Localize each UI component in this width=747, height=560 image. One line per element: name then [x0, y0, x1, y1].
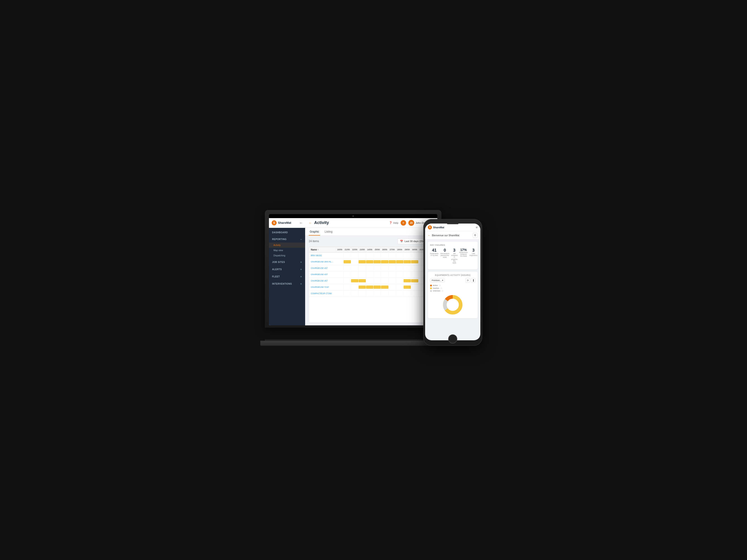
donut-center-white — [447, 299, 459, 311]
gantt-col-28: 28/05 — [396, 247, 404, 252]
phone-nav-bar: ← Bienvenue sur ShareMat ⚙ — [425, 232, 480, 239]
tab-graphic[interactable]: Graphic — [309, 228, 320, 236]
gantt-cell — [344, 284, 351, 290]
gantt-table: Name ↑ 20/05 21/05 22/05 23/05 24/05 25/… — [309, 247, 434, 323]
nav-section-dashboard: DASHBOARD — [269, 230, 305, 235]
gantt-cell — [381, 284, 388, 290]
key-figures-section: KEY FIGURES 41 Equipments in my fleet 0 … — [428, 242, 478, 269]
activity-toolbar: 24 items 📅 Last 30 days (20/05/202 — [309, 238, 434, 244]
gantt-cell — [359, 259, 366, 265]
gantt-cell — [381, 291, 388, 297]
gear-icon: ⚙ — [474, 234, 476, 237]
kf-late-label: Late inspections — [469, 253, 478, 257]
sidebar-logo: S ShareMat ⇐ — [269, 218, 305, 228]
gantt-cell — [374, 284, 381, 290]
gantt-cell — [411, 291, 418, 297]
sidebar-item-interventions[interactable]: INTERVENTIONS + — [269, 281, 305, 287]
gantt-cell — [374, 278, 381, 284]
gantt-cell — [336, 271, 344, 277]
gantt-cell — [366, 284, 374, 290]
gantt-cell — [381, 265, 388, 271]
gantt-cell — [411, 265, 418, 271]
sidebar-item-activity[interactable]: Activity — [269, 243, 305, 248]
laptop-base — [260, 341, 446, 346]
donut-view-icons: ◔ ▐ — [465, 278, 475, 283]
sidebar-collapse-icon[interactable]: ⇐ — [300, 221, 303, 225]
table-row: COMPACTEUR CT260 — [309, 291, 434, 297]
gantt-cell — [389, 284, 396, 290]
gantt-col-30: 30/05 — [411, 247, 418, 252]
gantt-cell — [351, 284, 359, 290]
gantt-cell — [374, 291, 381, 297]
sidebar-item-fleet[interactable]: FLEET + — [269, 273, 305, 280]
gantt-cell — [344, 265, 351, 271]
phone-back-button[interactable]: ← — [428, 234, 431, 237]
sidebar-item-jobsites[interactable]: JOB SITES + — [269, 259, 305, 265]
sidebar-item-alerts[interactable]: ALERTS + — [269, 266, 305, 273]
gantt-cell — [389, 252, 396, 259]
row-name[interactable]: CHARGEUSE 457 — [309, 279, 336, 282]
chart-legend: Active ⓘ Inactive ⓘ Unknown — [430, 285, 475, 292]
nav-section-interventions: INTERVENTIONS + — [269, 281, 305, 287]
kf-jobs-label: Job assigned in progress this week — [451, 253, 458, 264]
legend-inactive: Inactive ⓘ — [430, 287, 475, 289]
gantt-cell — [351, 259, 359, 265]
gantt-cell — [366, 271, 374, 277]
kf-late: 3 Late inspections — [469, 248, 478, 264]
phone-logo-text: ShareMat — [433, 226, 444, 229]
gantt-cell — [359, 265, 366, 271]
header-back-button[interactable]: ← — [309, 221, 312, 225]
gantt-cell — [344, 271, 351, 277]
kf-jobs-value: 3 — [451, 248, 458, 253]
gantt-col-25: 25/05 — [374, 247, 381, 252]
chevron-down-icon: ▾ — [442, 279, 443, 282]
gantt-cell — [411, 259, 418, 265]
laptop-body: S ShareMat ⇐ DASHBOARD — [265, 210, 441, 328]
gantt-cell — [381, 252, 388, 259]
info-icon: ⓘ — [439, 285, 441, 287]
row-name[interactable]: CHARGEUSE 2M3 HL940 — [309, 261, 336, 263]
phone-home-button[interactable] — [448, 335, 457, 344]
table-row: CHARGEUSE 437 — [309, 265, 434, 271]
row-name[interactable]: CHARGEUSE 721F — [309, 286, 336, 288]
legend-unknown-dot — [430, 290, 432, 292]
gantt-cell — [396, 265, 404, 271]
laptop: S ShareMat ⇐ DASHBOARD — [265, 210, 446, 346]
gantt-cell — [374, 265, 381, 271]
sidebar-item-mapview[interactable]: Map view — [269, 248, 305, 253]
phone-body: S ShareMat ≡ ← Bienvenue sur ShareMat ⚙ — [423, 219, 482, 346]
add-button[interactable]: + — [401, 220, 406, 225]
gantt-cell — [336, 284, 344, 290]
row-name[interactable]: CHARGEUSE 437 — [309, 273, 336, 275]
help-circle-icon: ❓ — [389, 221, 392, 224]
laptop-screen: S ShareMat ⇐ DASHBOARD — [269, 218, 437, 325]
kf-jobs: 3 Job assigned in progress this week — [451, 248, 458, 264]
gantt-cell — [411, 252, 418, 259]
legend-active-dot — [430, 285, 432, 287]
row-name[interactable]: CHARGEUSE 437 — [309, 267, 336, 269]
gantt-cell — [359, 291, 366, 297]
tabs-bar: Graphic Listing — [305, 228, 437, 236]
table-row: CHARGEUSE 2M3 HL940 — [309, 259, 434, 265]
phone-menu-icon[interactable]: ≡ — [476, 225, 478, 229]
bar-chart-view-button[interactable]: ▐ — [471, 278, 475, 283]
pie-chart-view-button[interactable]: ◔ — [465, 278, 470, 283]
donut-chart — [441, 293, 464, 316]
phone-settings-button[interactable]: ⚙ — [473, 233, 478, 238]
fleet-expand-icon: + — [300, 275, 302, 278]
sidebar-item-dispatching[interactable]: Dispatching — [269, 253, 305, 258]
camera-dot — [353, 215, 354, 217]
row-name[interactable]: COMPACTEUR CT260 — [309, 292, 336, 295]
gantt-cell — [351, 278, 359, 284]
gantt-col-name[interactable]: Name ↑ — [309, 247, 336, 252]
row-name[interactable]: BRH SB152 — [309, 254, 336, 257]
gantt-cell — [389, 291, 396, 297]
sidebar-item-reporting[interactable]: REPORTING − — [269, 236, 305, 243]
tab-listing[interactable]: Listing — [324, 228, 333, 236]
sidebar-item-dashboard[interactable]: DASHBOARD — [269, 230, 305, 235]
gantt-col-29: 29/05 — [404, 247, 411, 252]
period-dropdown[interactable]: Previous... ▾ — [430, 278, 445, 283]
help-button[interactable]: ❓ Help — [389, 221, 398, 224]
gantt-cell — [404, 259, 411, 265]
table-row: CHARGEUSE 457 — [309, 278, 434, 284]
